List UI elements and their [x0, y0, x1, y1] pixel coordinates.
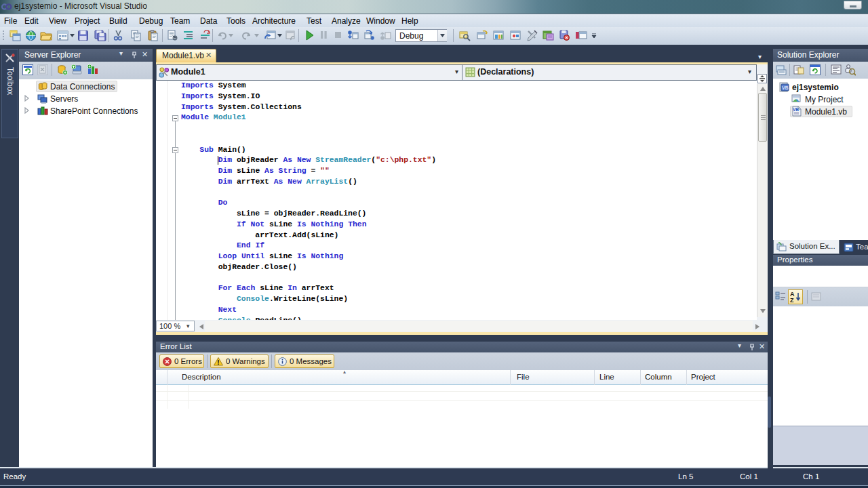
- svg-text:VB: VB: [782, 85, 789, 90]
- svg-text:Z: Z: [790, 297, 794, 304]
- svg-text:VB: VB: [793, 107, 799, 112]
